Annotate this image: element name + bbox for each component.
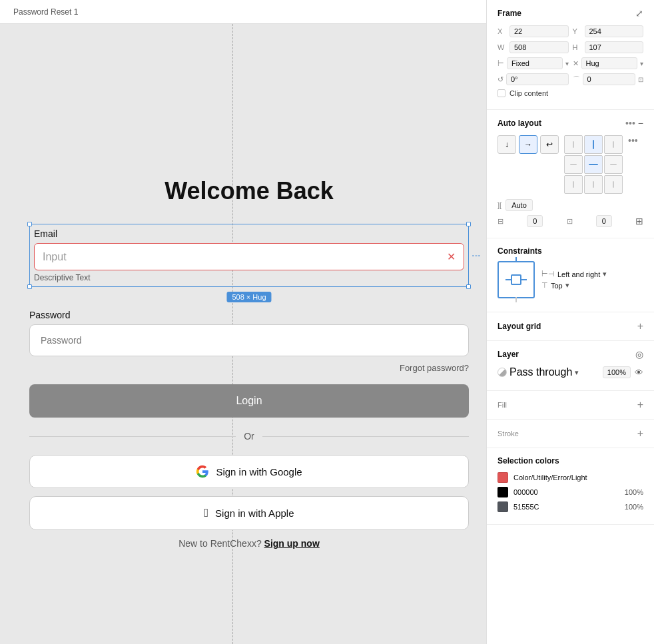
email-label: Email <box>34 228 464 239</box>
w-label: W <box>497 43 507 51</box>
top-dropdown[interactable]: ▾ <box>565 281 569 290</box>
lr-constraint-row: ⊢⊣ Left and right ▾ <box>541 270 607 278</box>
auto-spacing[interactable]: Auto <box>505 199 533 211</box>
selection-colors-section: Selection colors Color/Utility/Error/Lig… <box>487 448 654 525</box>
layer-blend-row: Pass through ▾ 100% 👁 <box>497 366 643 378</box>
align-ml[interactable] <box>564 155 583 174</box>
handle-top-left[interactable] <box>27 222 32 226</box>
align-more[interactable]: ••• <box>628 135 638 146</box>
xy-row: X 22 Y 254 <box>497 25 643 37</box>
add-layout-grid-btn[interactable]: + <box>637 320 643 332</box>
signup-link[interactable]: Sign up now <box>264 538 320 549</box>
visibility-icon[interactable]: 👁 <box>635 368 643 378</box>
dir-right-btn[interactable]: → <box>519 135 537 154</box>
rotation-radius-row: ↺ 0° ⌒ 0 ⊡ <box>497 73 643 85</box>
dir-down-btn[interactable]: ↓ <box>497 135 516 154</box>
hug-value[interactable]: Hug <box>581 57 638 69</box>
fill-section: Fill + <box>487 391 654 420</box>
w-value[interactable]: 508 <box>509 41 569 53</box>
frame-title: Frame <box>497 9 521 18</box>
resize-handle-right[interactable] <box>472 255 480 256</box>
add-stroke-btn[interactable]: + <box>637 428 643 440</box>
color-opacity-2: 100% <box>625 488 643 496</box>
forgot-password-link[interactable]: Forgot password? <box>400 363 469 373</box>
padding-expand-icon[interactable]: ⊞ <box>635 216 643 226</box>
fixed-value[interactable]: Fixed <box>507 57 563 69</box>
wh-row: W 508 H 107 <box>497 41 643 53</box>
radius-value[interactable]: 0 <box>583 73 636 85</box>
google-button-label: Sign in with Google <box>216 466 302 478</box>
add-fill-btn[interactable]: + <box>637 399 643 411</box>
email-input-wrapper[interactable]: ✕ <box>34 243 464 270</box>
align-tc[interactable] <box>584 135 603 154</box>
padding-right-value[interactable]: 0 <box>596 215 612 227</box>
color-swatch-3[interactable] <box>497 501 508 512</box>
color-swatch-1[interactable] <box>497 472 508 483</box>
email-field-group[interactable]: Email ✕ Descriptive Text 508 × Hug <box>29 224 469 287</box>
h-value[interactable]: 107 <box>585 41 644 53</box>
padding-left-value[interactable]: 0 <box>527 215 543 227</box>
email-input[interactable] <box>43 251 447 263</box>
forgot-password-row: Forgot password? <box>29 362 469 374</box>
auto-layout-remove[interactable]: − <box>638 118 643 129</box>
layer-settings-icon[interactable]: ◎ <box>635 349 643 360</box>
auto-layout-more[interactable]: ••• <box>625 118 635 129</box>
align-br[interactable] <box>604 175 623 194</box>
sign-in-apple-button[interactable]:  Sign in with Apple <box>29 496 469 530</box>
y-label: Y <box>573 27 582 35</box>
align-tr[interactable] <box>604 135 623 154</box>
x-value[interactable]: 22 <box>509 25 569 37</box>
color-swatch-2[interactable] <box>497 487 508 497</box>
rotation-value[interactable]: 0° <box>506 73 569 85</box>
align-mr[interactable] <box>604 155 623 174</box>
or-text: Or <box>244 431 254 442</box>
frame-section: Frame ⤢ X 22 Y 254 W 508 H 107 <box>487 0 654 110</box>
auto-layout-section: Auto layout ••• − ↓ → ↩ <box>487 110 654 238</box>
clear-icon[interactable]: ✕ <box>447 250 456 263</box>
tab-password-reset[interactable]: Password Reset 1 <box>8 7 83 17</box>
handle-bottom-left[interactable] <box>27 284 32 289</box>
stroke-row: Stroke + <box>497 428 643 440</box>
handle-top-right[interactable] <box>466 222 471 226</box>
top-constraint-row: ⊤ Top ▾ <box>541 281 607 290</box>
constraints-title: Constraints <box>497 246 542 256</box>
signup-text: New to RentChexx? Sign up now <box>29 538 469 549</box>
login-card: Welcome Back Email ✕ Descriptive Text 50… <box>29 177 469 549</box>
handle-bottom-right[interactable] <box>466 284 471 289</box>
left-right-dropdown[interactable]: ▾ <box>603 270 607 278</box>
apple-button-label: Sign in with Apple <box>215 507 294 519</box>
password-input-wrapper[interactable] <box>29 324 469 356</box>
align-tl[interactable] <box>564 135 583 154</box>
layer-title: Layer <box>497 350 519 359</box>
fixed-hug-row: ⊢ Fixed ▾ ✕ Hug ▾ <box>497 57 643 69</box>
layout-grid-title: Layout grid <box>497 322 541 331</box>
opacity-value[interactable]: 100% <box>603 366 631 378</box>
dir-wrap-btn[interactable]: ↩ <box>540 135 559 154</box>
pass-through-label[interactable]: Pass through <box>509 366 572 378</box>
or-divider: Or <box>29 431 469 442</box>
stroke-section: Stroke + <box>487 420 654 448</box>
direction-buttons: ↓ → ↩ <box>497 135 559 154</box>
align-mc[interactable] <box>584 155 603 174</box>
align-bl[interactable] <box>564 175 583 194</box>
password-input[interactable] <box>41 335 458 346</box>
pass-through-dropdown[interactable]: ▾ <box>575 368 579 377</box>
color-row-3: 51555C 100% <box>497 501 643 512</box>
canvas-area: Password Reset 1 Welcome Back Email ✕ <box>0 0 486 644</box>
align-bc[interactable] <box>584 175 603 194</box>
color-hex-3: 51555C <box>513 503 619 511</box>
password-section: Password Forgot password? <box>29 310 469 374</box>
tab-bar: Password Reset 1 <box>0 0 486 24</box>
y-value[interactable]: 254 <box>585 25 644 37</box>
divider-right <box>262 436 469 437</box>
clip-content-checkbox[interactable] <box>497 89 505 97</box>
login-button[interactable]: Login <box>29 384 469 418</box>
sign-in-google-button[interactable]: Sign in with Google <box>29 455 469 488</box>
h-line-left <box>505 279 512 280</box>
canvas-content: Welcome Back Email ✕ Descriptive Text 50… <box>0 24 486 644</box>
x-label: X <box>497 27 507 35</box>
clip-content-label: Clip content <box>509 89 548 97</box>
expand-icon[interactable]: ⤢ <box>635 8 643 19</box>
apple-icon:  <box>204 506 209 520</box>
alignment-grid <box>564 135 623 194</box>
